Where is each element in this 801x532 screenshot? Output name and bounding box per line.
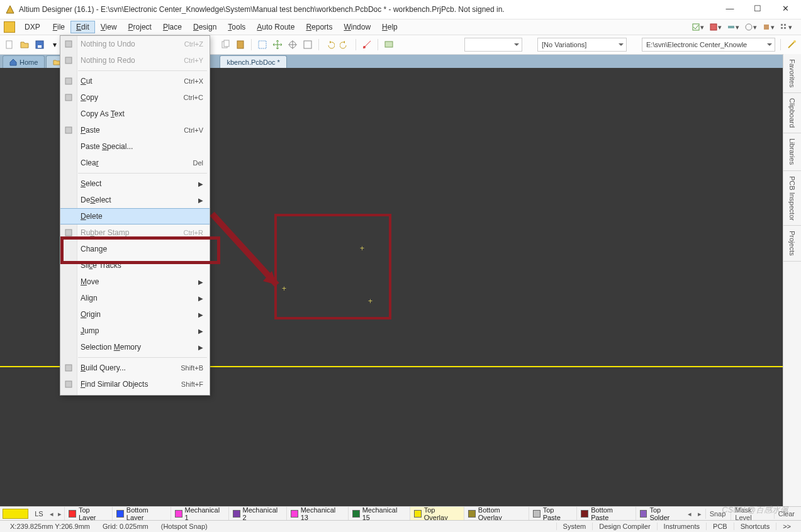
wand-icon[interactable] [786, 39, 797, 50]
menu-design[interactable]: Design [188, 21, 222, 33]
edit-menu-deselect[interactable]: DeSelect▶ [60, 192, 210, 208]
layer-tab-top-layer[interactable]: Top Layer [64, 507, 112, 521]
mode-icon-5[interactable]: ▾ [762, 23, 775, 31]
mode-icon-4[interactable]: ▾ [744, 23, 757, 31]
edit-menu-copy-as-text[interactable]: Copy As Text [60, 106, 210, 122]
clear-button[interactable]: Clear [774, 509, 798, 519]
layer-tab-top-paste[interactable]: Top Paste [529, 507, 577, 521]
edit-menu-copy[interactable]: CopyCtrl+C [60, 89, 210, 106]
side-panel-pcb-inspector[interactable]: PCB Inspector [786, 171, 798, 226]
move-icon[interactable] [272, 39, 283, 50]
window-maximize-button[interactable]: ☐ [749, 3, 766, 16]
layer-combo[interactable] [464, 38, 522, 52]
menu-help[interactable]: Help [376, 21, 403, 33]
status-panel-pcb[interactable]: PCB [706, 523, 734, 530]
status-panel-[interactable]: >> [776, 523, 797, 530]
mask-level-button[interactable]: Mask Level [731, 506, 772, 521]
edit-menu-delete[interactable]: Delete [60, 208, 210, 224]
app-logo-icon [5, 4, 15, 14]
layer-tab-bottom-paste[interactable]: Bottom Paste [576, 507, 635, 521]
menu-file[interactable]: File [47, 21, 70, 33]
edit-menu-selection-memory[interactable]: Selection Memory▶ [60, 339, 210, 355]
menu-tools[interactable]: Tools [222, 21, 251, 33]
layer-tab-mechanical-13[interactable]: Mechanical 13 [286, 507, 348, 521]
mode-icon-6[interactable]: ▾ [780, 23, 792, 31]
window-minimize-button[interactable]: — [722, 3, 738, 16]
layer-tab-mechanical-15[interactable]: Mechanical 15 [348, 507, 410, 521]
save-icon[interactable] [34, 39, 45, 50]
edit-menu-change[interactable]: Change [60, 241, 210, 257]
copy-icon[interactable] [220, 39, 231, 50]
tab-home[interactable]: Home [3, 55, 45, 69]
side-panel-projects[interactable]: Projects [786, 226, 798, 261]
select-icon[interactable] [257, 39, 268, 50]
layer-tab-label: Top Solder [649, 506, 681, 521]
mode-icon-1[interactable]: ▾ [692, 23, 704, 31]
dxp-icon[interactable] [4, 21, 15, 33]
snap-button[interactable]: Snap [705, 509, 730, 519]
menu-view[interactable]: View [95, 21, 123, 33]
layer-tab-bottom-overlay[interactable]: Bottom Overlay [464, 507, 529, 521]
svg-point-19 [363, 46, 366, 48]
cut-icon [64, 76, 74, 86]
crosshair-icon[interactable] [287, 39, 298, 50]
menu-window[interactable]: Window [338, 21, 376, 33]
side-panel-clipboard[interactable]: Clipboard [786, 93, 798, 133]
edit-menu-paste-special[interactable]: Paste Special... [60, 138, 210, 155]
edit-menu-clear[interactable]: ClearDel [60, 155, 210, 171]
edit-menu-jump[interactable]: Jump▶ [60, 323, 210, 339]
menu-reports[interactable]: Reports [300, 21, 338, 33]
menu-edit[interactable]: Edit [70, 21, 95, 33]
edit-menu-build-query[interactable]: Build Query...Shift+B [60, 360, 210, 376]
redo-icon[interactable] [339, 39, 350, 50]
side-panel-favorites[interactable]: Favorites [786, 54, 798, 92]
status-panel-instruments[interactable]: Instruments [657, 523, 706, 530]
tab-pcbdoc[interactable]: kbench.PcbDoc * [220, 55, 286, 69]
layer-tab-mechanical-2[interactable]: Mechanical 2 [228, 507, 286, 521]
layer-scroll-left-2[interactable]: ◂ [686, 510, 694, 518]
layer-set-button[interactable]: LS [31, 510, 47, 518]
svg-rect-18 [304, 41, 311, 48]
menu-project[interactable]: Project [123, 21, 157, 33]
layer-scroll-right-2[interactable]: ▸ [695, 510, 703, 518]
active-layer-swatch[interactable] [3, 509, 28, 519]
edit-menu-select[interactable]: Select▶ [60, 175, 210, 192]
status-panel-system[interactable]: System [556, 523, 593, 530]
menu-place[interactable]: Place [157, 21, 188, 33]
layer-scroll-left[interactable]: ◂ [47, 510, 56, 518]
mode-icon-3[interactable]: ▾ [727, 23, 739, 31]
browse-icon[interactable] [383, 39, 395, 50]
edit-menu-origin[interactable]: Origin▶ [60, 306, 210, 323]
status-panel-design-compiler[interactable]: Design Compiler [592, 523, 656, 530]
project-path-combo[interactable]: E:\svn\Electronic Center_Knowle [642, 38, 775, 52]
layer-tab-label: Bottom Overlay [478, 506, 525, 521]
menu-auto-route[interactable]: Auto Route [251, 21, 300, 33]
side-panel-libraries[interactable]: Libraries [786, 133, 798, 170]
design-rules-icon[interactable] [361, 39, 372, 50]
menu-dxp[interactable]: DXP [19, 21, 46, 33]
layer-tab-top-solder[interactable]: Top Solder [636, 507, 686, 521]
edit-menu-move[interactable]: Move▶ [60, 274, 210, 290]
paste-icon[interactable] [235, 39, 246, 50]
edit-menu-slice-tracks[interactable]: Slice Tracks [60, 257, 210, 274]
edit-menu-paste[interactable]: PasteCtrl+V [60, 122, 210, 138]
edit-menu-align[interactable]: Align▶ [60, 290, 210, 306]
zoom-fit-icon[interactable] [302, 39, 313, 50]
svg-rect-30 [65, 381, 72, 387]
layer-scroll-right[interactable]: ▸ [55, 510, 64, 518]
layer-tab-bottom-layer[interactable]: Bottom Layer [112, 507, 171, 521]
open-folder-icon[interactable] [19, 39, 30, 50]
mode-icon-2[interactable]: ▾ [709, 23, 722, 31]
edit-menu-find-similar-objects[interactable]: Find Similar ObjectsShift+F [60, 376, 210, 392]
status-panel-shortcuts[interactable]: Shortcuts [734, 523, 776, 530]
layer-tab-mechanical-1[interactable]: Mechanical 1 [171, 507, 228, 521]
edit-menu-cut[interactable]: CutCtrl+X [60, 73, 210, 89]
variations-value: [No Variations] [542, 41, 586, 48]
undo-icon[interactable] [324, 39, 335, 50]
undo-icon [64, 39, 74, 49]
new-file-icon[interactable] [4, 39, 15, 50]
variations-combo[interactable]: [No Variations] [537, 38, 627, 52]
save-dropdown-icon[interactable]: ▾ [49, 39, 60, 50]
layer-tab-top-overlay[interactable]: Top Overlay [410, 507, 464, 521]
window-close-button[interactable]: ✕ [777, 3, 793, 16]
